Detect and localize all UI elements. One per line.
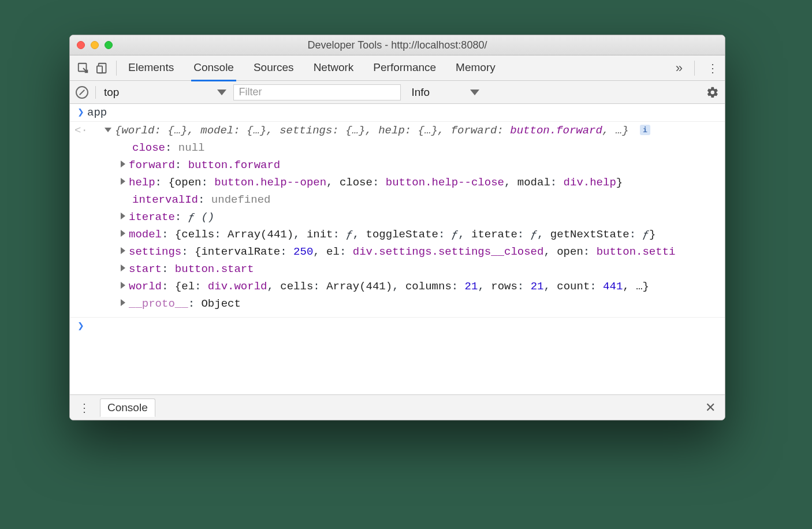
tab-performance[interactable]: Performance — [373, 57, 436, 80]
console-settings-icon[interactable] — [706, 86, 719, 99]
close-window-button[interactable] — [77, 41, 85, 49]
divider — [694, 61, 695, 76]
disclosure-icon[interactable] — [121, 230, 125, 237]
close-drawer-icon[interactable]: ✕ — [702, 400, 719, 415]
svg-rect-2 — [97, 66, 102, 73]
object-summary: {world: {…}, model: {…}, settings: {…}, … — [115, 124, 629, 137]
prop-forward[interactable]: forward: button.forward — [70, 157, 725, 174]
return-icon: <· — [75, 122, 87, 139]
tab-memory[interactable]: Memory — [456, 57, 496, 80]
context-value: top — [104, 86, 119, 99]
tab-sources[interactable]: Sources — [254, 57, 294, 80]
console-input-text: app — [87, 104, 720, 121]
info-badge-icon[interactable]: i — [640, 125, 650, 135]
disclosure-icon[interactable] — [121, 178, 125, 185]
traffic-lights — [77, 41, 113, 49]
disclosure-icon[interactable] — [121, 247, 125, 254]
prop-start[interactable]: start: button.start — [70, 260, 725, 278]
panel-tabbar: Elements Console Sources Network Perform… — [70, 55, 725, 81]
disclosure-icon[interactable] — [121, 213, 125, 219]
console-input-row[interactable]: ❯ app — [70, 104, 725, 122]
drawer-tab-console[interactable]: Console — [100, 398, 155, 417]
disclosure-icon[interactable] — [121, 282, 125, 289]
disclosure-icon[interactable] — [121, 161, 125, 167]
drawer-bar: ⋮ Console ✕ — [70, 394, 725, 420]
prop-intervalid[interactable]: intervalId: undefined — [70, 191, 725, 208]
context-selector[interactable]: top — [95, 86, 226, 99]
disclosure-icon[interactable] — [121, 264, 125, 271]
log-level-selector[interactable]: Info — [408, 86, 479, 99]
console-toolbar: top Info — [70, 81, 725, 104]
tab-network[interactable]: Network — [314, 57, 354, 80]
prompt-icon: ❯ — [75, 318, 87, 335]
inspect-element-icon[interactable] — [73, 58, 93, 78]
clear-console-icon[interactable] — [76, 86, 88, 99]
prompt-icon: ❯ — [75, 104, 87, 121]
zoom-window-button[interactable] — [105, 41, 113, 49]
prop-iterate[interactable]: iterate: ƒ () — [70, 208, 725, 226]
chevron-down-icon — [217, 90, 226, 95]
device-toolbar-icon[interactable] — [93, 58, 113, 78]
prop-help[interactable]: help: {open: button.help--open, close: b… — [70, 174, 725, 191]
minimize-window-button[interactable] — [91, 41, 99, 49]
prop-settings[interactable]: settings: {intervalRate: 250, el: div.se… — [70, 243, 725, 260]
prop-proto[interactable]: __proto__: Object — [70, 295, 725, 312]
disclosure-icon[interactable] — [121, 299, 125, 306]
more-tabs-icon[interactable]: » — [668, 61, 691, 76]
tab-elements[interactable]: Elements — [128, 57, 174, 80]
prop-model[interactable]: model: {cells: Array(441), init: ƒ, togg… — [70, 226, 725, 243]
console-prompt[interactable]: ❯ — [70, 317, 725, 335]
kebab-menu-icon[interactable]: ⋮ — [704, 61, 721, 75]
panel-tabs: Elements Console Sources Network Perform… — [128, 57, 668, 80]
prop-world[interactable]: world: {el: div.world, cells: Array(441)… — [70, 278, 725, 295]
drawer-menu-icon[interactable]: ⋮ — [76, 401, 93, 415]
chevron-down-icon — [470, 90, 479, 95]
console-output: ❯ app <· {world: {…}, model: {…}, settin… — [70, 104, 725, 394]
console-result-summary[interactable]: <· {world: {…}, model: {…}, settings: {…… — [70, 122, 725, 139]
divider — [116, 61, 117, 76]
devtools-window: Developer Tools - http://localhost:8080/… — [69, 35, 725, 420]
log-level-value: Info — [411, 86, 430, 99]
disclosure-open-icon[interactable] — [105, 128, 111, 132]
filter-input[interactable] — [233, 84, 401, 100]
titlebar: Developer Tools - http://localhost:8080/ — [70, 35, 725, 55]
tab-console[interactable]: Console — [193, 57, 234, 80]
window-title: Developer Tools - http://localhost:8080/ — [70, 39, 725, 51]
prop-close[interactable]: close: null — [70, 139, 725, 157]
